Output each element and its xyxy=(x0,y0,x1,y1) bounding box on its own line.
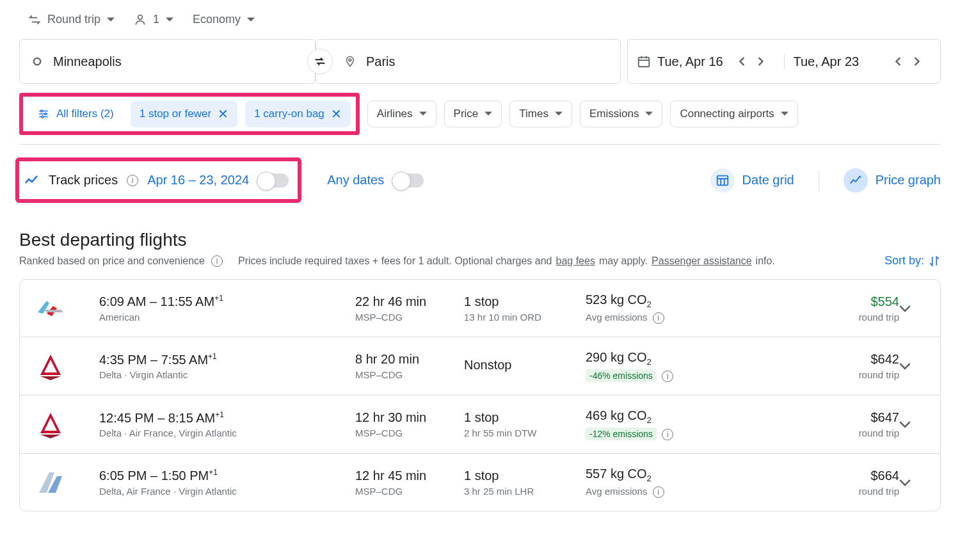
price-note-1: Prices include required taxes + fees for… xyxy=(238,255,552,267)
sort-icon xyxy=(928,255,941,268)
info-icon[interactable]: i xyxy=(211,255,223,267)
airline-logo xyxy=(35,351,66,381)
expand-button[interactable] xyxy=(899,362,931,370)
caret-down-icon xyxy=(781,110,788,118)
emissions-line: -46% emissions i xyxy=(586,369,746,382)
info-icon[interactable]: i xyxy=(127,175,138,186)
trip-type: round trip xyxy=(746,369,899,380)
track-any-dates-toggle[interactable] xyxy=(393,173,424,188)
info-icon[interactable]: i xyxy=(653,486,664,498)
expand-button[interactable] xyxy=(899,420,931,428)
swap-locations-button[interactable] xyxy=(307,49,333,74)
results-heading: Best departing flights xyxy=(19,230,941,250)
duration: 22 hr 46 min xyxy=(355,294,464,309)
info-icon[interactable]: i xyxy=(662,371,673,382)
route: MSP–CDG xyxy=(355,369,464,380)
all-filters-button[interactable]: All filters (2) xyxy=(28,100,123,127)
close-icon[interactable]: ✕ xyxy=(331,106,342,122)
return-next-button[interactable] xyxy=(913,57,931,66)
flight-row[interactable]: 6:09 AM – 11:55 AM+1 American 22 hr 46 m… xyxy=(20,280,940,337)
svg-point-6 xyxy=(42,116,44,118)
emissions-badge: -46% emissions xyxy=(586,369,657,382)
filter-price[interactable]: Price xyxy=(444,100,502,127)
flight-row[interactable]: 4:35 PM – 7:55 AM+1 Delta · Virgin Atlan… xyxy=(20,337,940,395)
price: $642 xyxy=(746,352,899,367)
destination-value: Paris xyxy=(366,54,396,69)
flight-row[interactable]: 6:05 PM – 1:50 PM+1 Delta, Air France · … xyxy=(20,453,940,511)
filter-connecting-airports[interactable]: Connecting airports xyxy=(670,100,797,127)
route: MSP–CDG xyxy=(355,486,464,497)
info-icon[interactable]: i xyxy=(653,312,664,324)
passengers-selector[interactable]: 1 xyxy=(134,13,173,26)
duration: 12 hr 30 min xyxy=(355,410,464,425)
duration: 8 hr 20 min xyxy=(355,352,464,367)
origin-value: Minneapolis xyxy=(53,54,122,69)
caret-down-icon xyxy=(419,110,427,118)
emissions-note: Avg emissions i xyxy=(586,312,664,323)
passenger-assistance-link[interactable]: Passenger assistance xyxy=(652,255,752,267)
info-icon[interactable]: i xyxy=(662,429,673,440)
svg-rect-7 xyxy=(717,175,728,185)
filter-times[interactable]: Times xyxy=(509,100,572,127)
price-graph-button[interactable]: Price graph xyxy=(844,168,941,193)
return-prev-button[interactable] xyxy=(895,57,913,66)
svg-point-0 xyxy=(138,15,143,19)
emissions-line: Avg emissions i xyxy=(586,486,746,498)
trip-type: round trip xyxy=(746,486,899,497)
co2: 290 kg CO2 xyxy=(586,350,746,367)
filter-chip-stops[interactable]: 1 stop or fewer ✕ xyxy=(131,100,237,127)
emissions-line: -12% emissions i xyxy=(586,428,746,440)
caret-down-icon xyxy=(555,110,563,118)
flight-times: 12:45 PM – 8:15 AM+1 xyxy=(99,410,355,426)
depart-prev-button[interactable] xyxy=(739,57,757,66)
sort-button[interactable]: Sort by: xyxy=(884,254,941,268)
depart-next-button[interactable] xyxy=(757,57,775,66)
person-icon xyxy=(134,13,147,26)
stop-detail: 2 hr 55 min DTW xyxy=(464,428,586,438)
destination-input[interactable]: Paris xyxy=(316,39,621,84)
trip-type: round trip xyxy=(746,312,899,323)
cabin-class-label: Economy xyxy=(193,13,241,26)
airline-logo xyxy=(35,409,66,440)
swap-icon xyxy=(28,13,41,26)
stops: 1 stop xyxy=(464,294,586,309)
price-note-3: info. xyxy=(756,255,775,267)
flight-row[interactable]: 12:45 PM – 8:15 AM+1 Delta · Air France,… xyxy=(20,395,940,453)
duration: 12 hr 45 min xyxy=(355,468,464,483)
bag-fees-link[interactable]: bag fees xyxy=(556,255,595,267)
svg-point-4 xyxy=(41,110,43,112)
filter-chip-label: 1 stop or fewer xyxy=(140,108,211,120)
flight-times: 6:05 PM – 1:50 PM+1 xyxy=(99,468,355,483)
filter-chip-bags[interactable]: 1 carry-on bag ✕ xyxy=(245,100,351,127)
chevron-down-icon xyxy=(899,420,911,428)
trip-type-label: Round trip xyxy=(47,13,100,26)
co2: 557 kg CO2 xyxy=(586,467,746,483)
chevron-down-icon xyxy=(899,362,911,370)
date-range-input[interactable]: Tue, Apr 16 Tue, Apr 23 xyxy=(627,39,941,84)
highlight-filters: All filters (2) 1 stop or fewer ✕ 1 carr… xyxy=(19,93,360,135)
origin-input[interactable]: Minneapolis xyxy=(19,39,316,84)
date-grid-button[interactable]: Date grid xyxy=(710,168,794,193)
airline-name: Delta, Air France · Virgin Atlantic xyxy=(99,486,355,497)
filter-airlines[interactable]: Airlines xyxy=(367,100,436,127)
price: $554 xyxy=(746,294,899,309)
chevron-down-icon xyxy=(899,479,911,486)
track-specific-dates-toggle[interactable] xyxy=(258,173,289,188)
ranked-text: Ranked based on price and convenience xyxy=(19,255,205,267)
stops: 1 stop xyxy=(464,410,586,425)
trip-type-selector[interactable]: Round trip xyxy=(28,13,115,26)
emissions-note: Avg emissions i xyxy=(586,486,664,497)
trend-icon xyxy=(24,174,40,187)
stops: Nonstop xyxy=(464,358,586,372)
cabin-class-selector[interactable]: Economy xyxy=(193,13,255,26)
filter-emissions[interactable]: Emissions xyxy=(580,100,662,127)
location-icon xyxy=(344,54,356,68)
close-icon[interactable]: ✕ xyxy=(218,106,228,122)
expand-button[interactable] xyxy=(899,305,931,312)
co2: 469 kg CO2 xyxy=(586,408,746,425)
caret-down-icon xyxy=(166,16,173,24)
flight-times: 4:35 PM – 7:55 AM+1 xyxy=(99,352,355,367)
stop-detail: 13 hr 10 min ORD xyxy=(464,312,586,323)
airline-name: Delta · Air France, Virgin Atlantic xyxy=(99,428,355,438)
expand-button[interactable] xyxy=(899,479,931,486)
